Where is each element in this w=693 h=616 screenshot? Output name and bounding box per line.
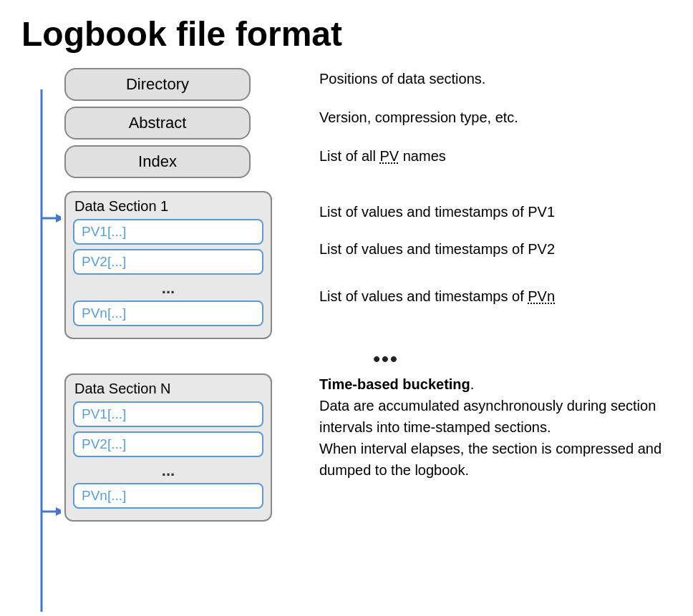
pv2-box-section1: PV2[...]	[73, 249, 263, 275]
directory-box: Directory	[64, 68, 251, 101]
svg-marker-4	[56, 507, 61, 516]
data-section-n-container: Data Section N PV1[...] PV2[...] ... PVn…	[64, 373, 272, 522]
pv2-desc: List of values and timestamps of PV2	[319, 238, 672, 260]
pvn-desc: List of values and timestamps of PVn	[319, 285, 672, 307]
pv1-box-sectionn: PV1[...]	[73, 401, 263, 427]
abstract-description: Version, compression type, etc.	[308, 107, 672, 128]
index-box: Index	[64, 145, 251, 178]
section-ellipsis: •••	[100, 348, 672, 371]
pv2-box-sectionn: PV2[...]	[73, 431, 263, 457]
directory-description: Positions of data sections.	[308, 68, 672, 89]
abstract-row: Abstract Version, compression type, etc.	[64, 107, 672, 145]
dots-sectionn: ...	[73, 461, 263, 480]
pv1-box-section1: PV1[...]	[73, 219, 263, 245]
data-section-1-container: Data Section 1 PV1[...] PV2[...] ... PVn…	[64, 191, 272, 339]
abstract-box: Abstract	[64, 107, 251, 140]
arrow-diagram	[21, 89, 61, 616]
pvn-box-section1: PVn[...]	[73, 300, 263, 326]
data-section-1-title: Data Section 1	[73, 198, 263, 215]
data-section-n-title: Data Section N	[73, 381, 263, 397]
index-row: Index List of all PV names	[64, 145, 672, 184]
time-based-text: Time-based bucketing. Data are accumulat…	[319, 373, 672, 481]
pv1-desc: List of values and timestamps of PV1	[319, 201, 672, 223]
directory-row: Directory Positions of data sections.	[64, 68, 672, 107]
svg-marker-2	[56, 214, 61, 223]
time-based-description: Time-based bucketing. Data are accumulat…	[308, 373, 672, 481]
dots-section1: ...	[73, 279, 263, 298]
data-section-1-row: Data Section 1 PV1[...] PV2[...] ... PVn…	[64, 191, 672, 345]
data-section-1-descriptions: List of values and timestamps of PV1 Lis…	[308, 191, 672, 307]
pvn-box-sectionn: PVn[...]	[73, 483, 263, 509]
page-title: Logbook file format	[21, 14, 672, 54]
data-section-n-row: Data Section N PV1[...] PV2[...] ... PVn…	[64, 373, 672, 527]
index-description: List of all PV names	[308, 145, 672, 167]
